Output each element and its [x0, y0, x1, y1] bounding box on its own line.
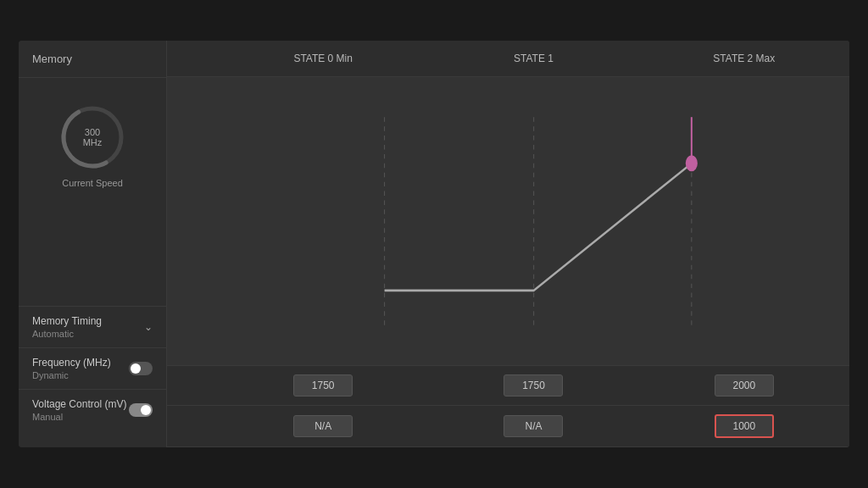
voltage-info: Voltage Control (mV) Manual [32, 398, 126, 422]
gauge: 300 MHz [58, 103, 126, 171]
state-2-header: STATE 2 Max [639, 53, 849, 64]
volt-state0-value[interactable]: N/A [293, 415, 353, 437]
freq-state2-value[interactable]: 2000 [715, 374, 774, 396]
gauge-container: 300 MHz Current Speed [19, 78, 166, 205]
chart-svg-container [167, 94, 849, 348]
voltage-control[interactable]: Voltage Control (mV) Manual [19, 389, 166, 430]
main-content: STATE 0 Min STATE 1 STATE 2 Max [167, 41, 849, 447]
memory-timing-sub: Automatic [32, 329, 102, 339]
volt-state1-cell: N/A [428, 415, 638, 437]
main-panel: Memory 300 MHz Current Speed Memory Timi… [19, 41, 849, 447]
sidebar-title: Memory [19, 41, 166, 78]
volt-state0-cell: N/A [218, 415, 428, 437]
chart-area [167, 77, 849, 365]
frequency-toggle[interactable] [129, 362, 153, 375]
memory-timing-label: Memory Timing [32, 315, 102, 327]
frequency-sub: Dynamic [32, 370, 111, 380]
gauge-speed: 300 MHz [75, 127, 109, 147]
state-0-header: STATE 0 Min [218, 53, 428, 64]
chevron-down-icon: ⌄ [144, 321, 153, 333]
state-1-header: STATE 1 [428, 53, 638, 64]
freq-state1-cell: 1750 [428, 374, 638, 396]
frequency-control[interactable]: Frequency (MHz) Dynamic [19, 347, 166, 389]
volt-state1-value[interactable]: N/A [504, 415, 563, 437]
voltage-sub: Manual [32, 412, 126, 422]
volt-state2-cell: 1000 [639, 414, 849, 438]
frequency-value-row: 1750 1750 2000 [167, 366, 849, 406]
frequency-label: Frequency (MHz) [32, 357, 111, 369]
voltage-toggle[interactable] [129, 403, 153, 417]
memory-timing-control[interactable]: Memory Timing Automatic ⌄ [19, 306, 166, 347]
frequency-info: Frequency (MHz) Dynamic [32, 357, 111, 380]
voltage-value-row: N/A N/A 1000 [167, 406, 849, 447]
volt-state2-value[interactable]: 1000 [715, 414, 774, 438]
voltage-toggle-knob [141, 405, 151, 415]
gauge-label: Current Speed [62, 178, 123, 188]
freq-state1-value[interactable]: 1750 [504, 374, 563, 396]
sidebar-controls: Memory Timing Automatic ⌄ Frequency (MHz… [19, 205, 166, 447]
freq-state2-cell: 2000 [639, 374, 849, 396]
frequency-toggle-knob [131, 363, 141, 374]
svg-point-6 [686, 155, 698, 171]
value-rows: 1750 1750 2000 N/A N/A 1000 [167, 365, 849, 447]
sidebar: Memory 300 MHz Current Speed Memory Timi… [19, 41, 167, 447]
voltage-label: Voltage Control (mV) [32, 398, 126, 410]
freq-state0-cell: 1750 [218, 374, 428, 396]
memory-timing-info: Memory Timing Automatic [32, 315, 102, 339]
state-header: STATE 0 Min STATE 1 STATE 2 Max [167, 41, 849, 77]
freq-state0-value[interactable]: 1750 [293, 374, 353, 396]
